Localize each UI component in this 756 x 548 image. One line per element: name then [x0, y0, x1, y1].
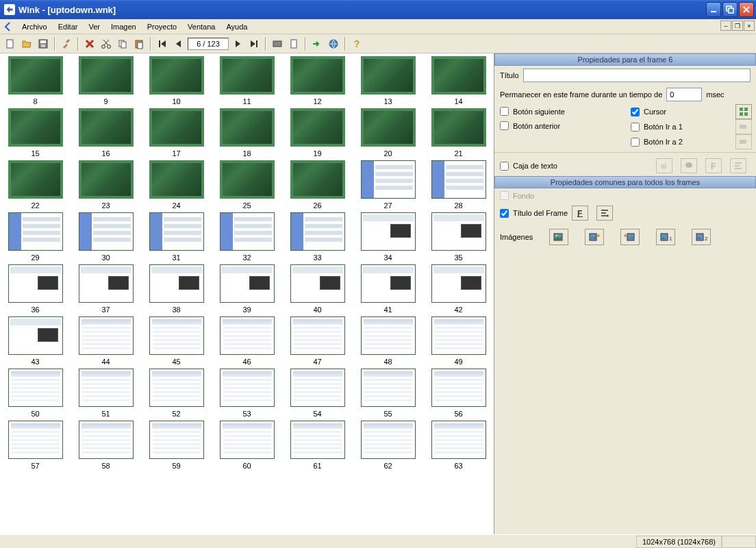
thumbnail-frame[interactable]: 35 [425, 212, 492, 262]
thumbnail-frame[interactable]: 53 [213, 369, 281, 418]
thumbnail-frame[interactable]: 36 [1, 264, 69, 314]
thumbnail-frame[interactable]: 30 [72, 212, 140, 262]
thumbnail-frame[interactable]: 24 [142, 160, 210, 210]
mdi-close-button[interactable]: × [744, 21, 755, 31]
thumbnail-frame[interactable]: 31 [142, 212, 210, 262]
thumbnail-frame[interactable]: 47 [284, 316, 351, 366]
thumbnail-frame[interactable]: 60 [213, 421, 281, 470]
textbox-callout-button[interactable] [681, 158, 697, 173]
cut-button[interactable] [99, 36, 114, 51]
goto2-checkbox[interactable] [631, 138, 640, 147]
thumbnail-frame[interactable]: 40 [284, 264, 351, 314]
menu-imagen[interactable]: Imagen [105, 21, 142, 33]
thumbnail-frame[interactable]: 32 [213, 212, 281, 262]
frame-counter[interactable]: 6 / 123 [188, 38, 229, 50]
thumbnail-frame[interactable]: 49 [425, 316, 492, 366]
textbox-checkbox[interactable] [500, 162, 509, 171]
frame-title-align-button[interactable] [596, 206, 613, 221]
next-button-checkbox[interactable] [500, 107, 509, 116]
thumbnail-frame[interactable]: 14 [425, 56, 492, 105]
textbox-align-button[interactable] [730, 158, 746, 173]
last-frame-button[interactable] [247, 36, 262, 51]
goto1-edit-button[interactable] [735, 119, 752, 134]
thumbnail-frame[interactable]: 52 [142, 369, 210, 418]
mdi-restore-button[interactable]: ❐ [732, 21, 743, 31]
paste-button[interactable] [131, 36, 147, 51]
thumbnail-frame[interactable]: 51 [72, 369, 140, 418]
save-button[interactable] [36, 36, 51, 51]
thumbnail-frame[interactable]: 59 [142, 421, 210, 470]
close-button[interactable] [739, 2, 754, 17]
thumbnail-frame[interactable]: 44 [72, 316, 140, 366]
thumbnail-frame[interactable]: 38 [142, 264, 210, 314]
next-frame-button[interactable] [230, 36, 245, 51]
web-button[interactable] [326, 36, 341, 51]
stay-input[interactable] [666, 88, 702, 101]
render-page-button[interactable] [286, 36, 301, 51]
thumbnail-frame[interactable]: 22 [1, 160, 69, 210]
open-button[interactable] [19, 36, 34, 51]
thumbnail-frame[interactable]: 45 [142, 316, 210, 366]
thumbnail-frame[interactable]: 46 [213, 316, 281, 366]
menu-ventana[interactable]: Ventana [182, 21, 220, 33]
thumbnail-frame[interactable]: 11 [213, 56, 281, 105]
minimize-button[interactable] [706, 2, 721, 17]
goto1-checkbox[interactable] [631, 123, 640, 132]
thumbnail-frame[interactable]: 18 [213, 108, 281, 158]
thumbnail-frame[interactable]: 34 [354, 212, 422, 262]
thumbnail-frame[interactable]: 12 [284, 56, 351, 105]
copy-button[interactable] [115, 36, 130, 51]
thumbnail-frame[interactable]: 10 [142, 56, 210, 105]
properties-button[interactable] [59, 36, 74, 51]
thumbnail-frame[interactable]: 23 [72, 160, 140, 210]
title-input[interactable] [523, 68, 751, 82]
image-btn-1[interactable] [549, 229, 568, 245]
thumbnail-frame[interactable]: 56 [425, 369, 492, 418]
textbox-bold-button[interactable]: F [705, 158, 722, 173]
thumbnail-frame[interactable]: 58 [72, 421, 140, 470]
thumbnail-frame[interactable]: 43 [1, 316, 69, 366]
thumbnail-frame[interactable]: 63 [425, 421, 492, 470]
help-button[interactable]: ? [349, 36, 364, 51]
menu-editar[interactable]: Editar [53, 21, 84, 33]
thumbnail-pane[interactable]: 8910111213141516171819202122232425262728… [0, 53, 494, 534]
thumbnail-frame[interactable]: 57 [1, 421, 69, 470]
thumbnail-frame[interactable]: 48 [354, 316, 422, 366]
menu-ayuda[interactable]: Ayuda [220, 21, 253, 33]
thumbnail-frame[interactable]: 17 [142, 108, 210, 158]
thumbnail-frame[interactable]: 42 [425, 264, 492, 314]
export-button[interactable] [310, 36, 325, 51]
image-btn-3[interactable] [620, 229, 640, 245]
thumbnail-frame[interactable]: 55 [354, 369, 422, 418]
menu-archivo[interactable]: Archivo [16, 21, 53, 33]
render-button[interactable] [270, 36, 285, 51]
thumbnail-frame[interactable]: 15 [1, 108, 69, 158]
thumbnail-frame[interactable]: 62 [354, 421, 422, 470]
frame-title-font-button[interactable]: F [572, 206, 588, 221]
cursor-checkbox[interactable] [631, 108, 640, 116]
thumbnail-frame[interactable]: 27 [354, 160, 422, 210]
textbox-font-button[interactable]: aI [656, 158, 672, 173]
prev-frame-button[interactable] [171, 36, 186, 51]
thumbnail-frame[interactable]: 26 [284, 160, 351, 210]
thumbnail-frame[interactable]: 28 [425, 160, 492, 210]
thumbnail-frame[interactable]: 50 [1, 369, 69, 418]
new-button[interactable] [3, 36, 18, 51]
image-btn-5[interactable]: 2 [692, 229, 711, 245]
thumbnail-frame[interactable]: 19 [284, 108, 351, 158]
goto2-edit-button[interactable] [735, 134, 752, 149]
mdi-minimize-button[interactable]: – [720, 21, 731, 31]
thumbnail-frame[interactable]: 13 [354, 56, 422, 105]
thumbnail-frame[interactable]: 9 [72, 56, 140, 105]
thumbnail-frame[interactable]: 20 [354, 108, 422, 158]
first-frame-button[interactable] [155, 36, 170, 51]
menu-proyecto[interactable]: Proyecto [142, 21, 182, 33]
thumbnail-frame[interactable]: 54 [284, 369, 351, 418]
thumbnail-frame[interactable]: 21 [425, 108, 492, 158]
delete-button[interactable] [82, 36, 97, 51]
thumbnail-frame[interactable]: 41 [354, 264, 422, 314]
thumbnail-frame[interactable]: 33 [284, 212, 351, 262]
thumbnail-frame[interactable]: 61 [284, 421, 351, 470]
thumbnail-frame[interactable]: 29 [1, 212, 69, 262]
frame-title-checkbox[interactable] [500, 209, 509, 218]
